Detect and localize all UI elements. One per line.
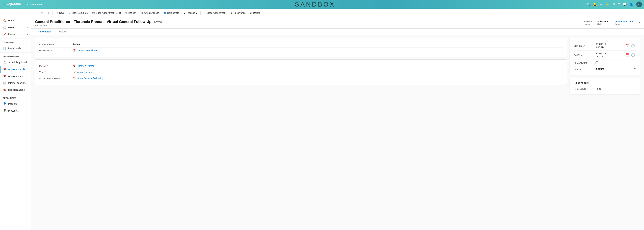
help-icon[interactable]: ?	[618, 3, 620, 6]
required-marker-3: *	[47, 65, 48, 67]
mark-complete-button[interactable]: ✓ Mark Complete	[67, 10, 90, 15]
sidebar-item-internal-appoint[interactable]: 🏥 Internal Appoint...	[0, 80, 31, 86]
tab-related[interactable]: Related	[55, 29, 68, 35]
delete-button[interactable]: 🗑 Delete	[248, 10, 262, 15]
check-access-button[interactable]: 🔍 Check Access	[138, 10, 161, 15]
filter-icon[interactable]: ⚡	[606, 2, 610, 6]
refresh-label: Refresh	[128, 11, 136, 14]
hamburger-menu[interactable]: ≡	[0, 9, 31, 17]
reschedule-panel: Re-schedule Re-schedule * None	[570, 78, 640, 95]
scheduling-board-icon: 📋	[3, 61, 6, 64]
sidebar-item-patients[interactable]: 👤 Patients	[0, 100, 31, 107]
all-day-checkbox[interactable]	[596, 61, 598, 64]
split-view-button[interactable]: ⧉	[46, 10, 51, 15]
delete-label: Delete	[253, 11, 260, 14]
section-label-overview: Overview	[0, 39, 31, 45]
more-options-icon[interactable]: ⋮	[262, 10, 268, 16]
status-value: Scheduled	[598, 20, 609, 23]
refresh-button[interactable]: ↻ Refresh	[123, 10, 138, 15]
type-value[interactable]: 📝 Virtual Encounter	[73, 71, 563, 73]
owner-value[interactable]: Practitioner Test	[615, 20, 633, 23]
patient-link-icon: 📅	[73, 65, 76, 67]
search-icon[interactable]: 🔍	[586, 2, 590, 6]
page-title-text: General Practitioner - Florencia Ramos :…	[35, 19, 152, 24]
all-day-row: All Day Event	[574, 60, 636, 66]
save-button[interactable]: 💾 Save	[54, 10, 66, 15]
duration-chevron-icon[interactable]: ∨	[634, 68, 636, 70]
chat-icon[interactable]: 💬	[623, 2, 626, 6]
sidebar-item-practitioners[interactable]: 👨‍⚕️ Practitio...	[0, 107, 31, 114]
sidebar-item-home-label: Home	[8, 19, 14, 22]
sidebar-item-appointments-bo[interactable]: 📅 Appointments Bo...	[0, 66, 31, 73]
tabs: Appointment Related	[31, 29, 644, 35]
home-icon: 🏠	[3, 19, 6, 22]
user-icon[interactable]: 👤	[630, 2, 633, 6]
end-time-clock-icon[interactable]: 🕐	[630, 53, 636, 57]
sidebar-item-dashboards[interactable]: 📊 Dashboards	[0, 45, 31, 52]
header-expand-chevron[interactable]: ∨	[638, 21, 640, 24]
tab-appointment[interactable]: Appointment	[35, 29, 55, 35]
check-access-label: Check Access	[144, 11, 159, 14]
sidebar-item-scheduling-board[interactable]: 📋 Scheduling Board	[0, 59, 31, 66]
patients-icon: 👤	[3, 102, 6, 105]
toolbar-sep-1	[52, 11, 52, 15]
end-required: *	[584, 54, 584, 56]
open-ehr-button[interactable]: 🏥 Open Appointment EHR	[90, 10, 123, 15]
delete-icon: 🗑	[250, 11, 252, 14]
page-header-left: General Practitioner - Florencia Ramos :…	[35, 19, 162, 28]
internal-patient-value: Patient	[73, 43, 563, 46]
sidebar-item-practitioners-label: Practitio...	[8, 110, 18, 112]
sidebar-item-recent[interactable]: 🕐 Recent ∨	[0, 24, 31, 31]
start-time-clock-icon[interactable]: 🕐	[630, 44, 636, 48]
grid-menu-icon[interactable]: ⠿	[2, 2, 6, 7]
appointment-reason-value[interactable]: 📅 Virtual General Follow Up	[73, 77, 563, 80]
nav-icons: 🔍 🔔 ＋ ⚡ ⚙ ? 💬 👤 PT	[586, 1, 642, 7]
priority-meta: Normal Priority	[584, 20, 592, 25]
end-date-calendar-icon[interactable]: 📅	[624, 53, 630, 57]
form-row-patient: Patient * 📅 Florencia Ramos	[39, 63, 563, 69]
reschedule-row: Re-schedule * None	[574, 87, 636, 91]
recurrence-label: Recurrence	[234, 11, 246, 14]
appointments-bo-icon: 📅	[3, 68, 6, 71]
owner-meta: Practitioner Test Owner	[615, 20, 633, 25]
bell-icon[interactable]: 🔔	[593, 2, 597, 6]
sidebar-item-pinned[interactable]: 📌 Pinned ∨	[0, 31, 31, 38]
sandbox-title: SANDBOX	[46, 1, 585, 8]
owner-label: Owner	[615, 23, 620, 25]
page-view-button[interactable]: 📄	[38, 10, 45, 15]
avatar[interactable]: PT	[636, 1, 642, 7]
end-time-value: 11:00 AM	[596, 55, 624, 58]
form-section-2: Patient * 📅 Florencia Ramos Type *	[35, 59, 567, 85]
start-time-label: Start Time *	[574, 45, 596, 47]
open-ehr-label: Open Appointment EHR	[96, 11, 121, 14]
collaborate-button[interactable]: 👥 Collaborate	[161, 10, 181, 15]
patient-label: Patient *	[39, 65, 73, 67]
end-date-value: 5/17/2022	[596, 52, 624, 55]
patient-value[interactable]: 📅 Florencia Ramos	[73, 65, 563, 67]
practitioner-value[interactable]: 📅 General Practitioner	[73, 49, 563, 52]
end-time-values: 5/17/2022 11:00 AM	[596, 52, 624, 58]
page-subtitle: Appointment	[35, 24, 162, 27]
sidebar-item-appointments-label: Appointments	[8, 75, 23, 77]
close-appointment-button[interactable]: ✕ Close Appointment	[202, 10, 228, 15]
sidebar-item-hospitalizations[interactable]: 🏨 Hospitalizations	[0, 86, 31, 93]
duration-row: Duration 2 hours ∨	[574, 66, 636, 72]
start-date-calendar-icon[interactable]: 📅	[624, 44, 630, 48]
back-icon: ←	[34, 11, 37, 14]
sidebar-item-appointments[interactable]: 📅 Appointments	[0, 73, 31, 80]
plus-icon[interactable]: ＋	[600, 2, 603, 6]
form-section-1: Internal/Patient * Patient Practitioner …	[35, 38, 567, 57]
sidebar-divider-3	[0, 94, 31, 94]
recurrence-button[interactable]: ↻ Recurrence	[228, 10, 248, 15]
internal-patient-label: Internal/Patient *	[39, 43, 73, 46]
settings-icon[interactable]: ⚙	[612, 2, 615, 6]
sidebar-item-home[interactable]: 🏠 Home	[0, 17, 31, 24]
end-time-label: End Time *	[574, 54, 596, 56]
end-time-row: End Time * 5/17/2022 11:00 AM 📅 🕐	[574, 51, 636, 60]
back-button[interactable]: ←	[33, 10, 38, 15]
duration-value: 2 hours	[596, 68, 634, 70]
appointments-icon: 📅	[3, 74, 6, 78]
sidebar-item-recent-label: Recent	[8, 26, 16, 29]
process-button[interactable]: ⚙ Process ∨	[182, 10, 200, 15]
split-view-icon: ⧉	[48, 11, 49, 14]
